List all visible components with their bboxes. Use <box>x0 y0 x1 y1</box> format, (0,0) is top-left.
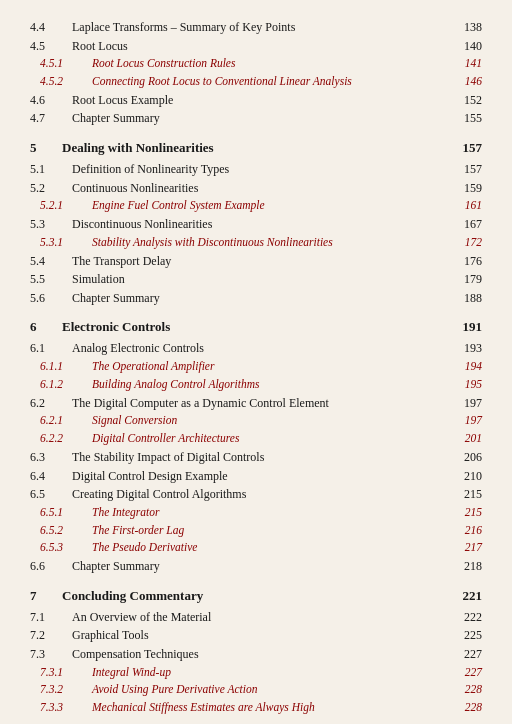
page-num: 167 <box>454 215 482 234</box>
toc-left: 6.2.2 Digital Controller Architectures <box>40 430 454 448</box>
toc-left: 5.1 Definition of Nonlinearity Types <box>30 160 454 179</box>
subsection-title: Integral Wind-up <box>92 664 454 682</box>
page-num: 216 <box>454 522 482 540</box>
section-title: The Stability Impact of Digital Controls <box>72 448 454 467</box>
toc-left: 6.5 Creating Digital Control Algorithms <box>30 485 454 504</box>
subsection-num: 6.1.1 <box>40 358 92 376</box>
subsection-title: Digital Controller Architectures <box>92 430 454 448</box>
page-num: 172 <box>454 234 482 252</box>
toc-entry: 5.1 Definition of Nonlinearity Types 157 <box>30 160 482 179</box>
toc-entry: 6.5.1 The Integrator 215 <box>40 504 482 522</box>
section-title: Chapter Summary <box>72 289 454 308</box>
toc-left: 7.2 Graphical Tools <box>30 626 454 645</box>
subsection-title: Avoid Using Pure Derivative Action <box>92 681 454 699</box>
page-num: 197 <box>454 394 482 413</box>
section-num: 4.6 <box>30 91 72 110</box>
toc-entry: 4.7 Chapter Summary 155 <box>30 109 482 128</box>
section-num: 5.2 <box>30 179 72 198</box>
subsection-title: Mechanical Stiffness Estimates are Alway… <box>92 699 454 717</box>
toc-entry: 6.2 The Digital Computer as a Dynamic Co… <box>30 394 482 413</box>
toc-left: 4.4 Laplace Transforms – Summary of Key … <box>30 18 454 37</box>
page-num: 225 <box>454 626 482 645</box>
subsection-num: 5.2.1 <box>40 197 92 215</box>
page-num: 161 <box>454 197 482 215</box>
section-num: 7.1 <box>30 608 72 627</box>
page-num: 227 <box>454 664 482 682</box>
page-num: 222 <box>454 608 482 627</box>
toc-entry: 4.5.2 Connecting Root Locus to Conventio… <box>40 73 482 91</box>
subsection-title: Engine Fuel Control System Example <box>92 197 454 215</box>
section-title: Graphical Tools <box>72 626 454 645</box>
page-num: 228 <box>454 681 482 699</box>
toc-entry: 6.4 Digital Control Design Example 210 <box>30 467 482 486</box>
subsection-title: Signal Conversion <box>92 412 454 430</box>
page-num: 218 <box>454 557 482 576</box>
section-title: Continuous Nonlinearities <box>72 179 454 198</box>
section-num: 6.6 <box>30 557 72 576</box>
toc-left: 4.5.2 Connecting Root Locus to Conventio… <box>40 73 454 91</box>
toc-left: 7.1 An Overview of the Material <box>30 608 454 627</box>
section-num: 7.3 <box>30 645 72 664</box>
page-num: 194 <box>454 358 482 376</box>
toc-left: 5.3 Discontinuous Nonlinearities <box>30 215 454 234</box>
toc-entry: 7 Concluding Commentary 221 <box>30 586 482 606</box>
toc-left: 6 Electronic Controls <box>30 317 454 337</box>
section-num: 4.4 <box>30 18 72 37</box>
toc-entry: 6.2.1 Signal Conversion 197 <box>40 412 482 430</box>
toc-entry: 7.1 An Overview of the Material 222 <box>30 608 482 627</box>
section-title: Creating Digital Control Algorithms <box>72 485 454 504</box>
toc-left: 4.5.1 Root Locus Construction Rules <box>40 55 454 73</box>
toc-entry: 7.3 Compensation Techniques 227 <box>30 645 482 664</box>
section-num: 6.1 <box>30 339 72 358</box>
toc-left: 7 Concluding Commentary <box>30 586 454 606</box>
toc-left: 4.6 Root Locus Example <box>30 91 454 110</box>
toc-entry: 7.2 Graphical Tools 225 <box>30 626 482 645</box>
page-num: 191 <box>454 317 482 337</box>
section-num: 6.3 <box>30 448 72 467</box>
subsection-title: Stability Analysis with Discontinuous No… <box>92 234 454 252</box>
toc-left: 6.1.1 The Operational Amplifier <box>40 358 454 376</box>
page-num: 217 <box>454 539 482 557</box>
page-num: 157 <box>454 160 482 179</box>
subsection-title: The Integrator <box>92 504 454 522</box>
toc-left: 6.5.1 The Integrator <box>40 504 454 522</box>
toc-left: 6.3 The Stability Impact of Digital Cont… <box>30 448 454 467</box>
toc-entry: 7.3.3 Mechanical Stiffness Estimates are… <box>40 699 482 717</box>
page-num: 157 <box>454 138 482 158</box>
subsection-title: The Operational Amplifier <box>92 358 454 376</box>
section-num: 6.5 <box>30 485 72 504</box>
subsection-num: 5.3.1 <box>40 234 92 252</box>
toc-entry: 4.4 Laplace Transforms – Summary of Key … <box>30 18 482 37</box>
toc-left: 7.3.3 Mechanical Stiffness Estimates are… <box>40 699 454 717</box>
subsection-title: Root Locus Construction Rules <box>92 55 454 73</box>
section-title: Digital Control Design Example <box>72 467 454 486</box>
toc-entry: 5.5 Simulation 179 <box>30 270 482 289</box>
section-num: 5.4 <box>30 252 72 271</box>
toc-left: 5.2 Continuous Nonlinearities <box>30 179 454 198</box>
toc-entry: 4.5 Root Locus 140 <box>30 37 482 56</box>
page-num: 155 <box>454 109 482 128</box>
toc-left: 6.6 Chapter Summary <box>30 557 454 576</box>
section-title: The Transport Delay <box>72 252 454 271</box>
section-num: 5.1 <box>30 160 72 179</box>
page-num: 210 <box>454 467 482 486</box>
page-num: 193 <box>454 339 482 358</box>
toc-entry: 5.3.1 Stability Analysis with Discontinu… <box>40 234 482 252</box>
page-num: 138 <box>454 18 482 37</box>
page-num: 159 <box>454 179 482 198</box>
toc-entry: 6.6 Chapter Summary 218 <box>30 557 482 576</box>
toc-entry: 5.6 Chapter Summary 188 <box>30 289 482 308</box>
toc-entry: 4.5.1 Root Locus Construction Rules 141 <box>40 55 482 73</box>
toc-left: 5.5 Simulation <box>30 270 454 289</box>
page-num: 206 <box>454 448 482 467</box>
subsection-num: 6.5.3 <box>40 539 92 557</box>
chapter-title: Concluding Commentary <box>62 586 454 606</box>
subsection-num: 6.2.2 <box>40 430 92 448</box>
toc-left: 6.2.1 Signal Conversion <box>40 412 454 430</box>
section-num: 7.2 <box>30 626 72 645</box>
section-title: Simulation <box>72 270 454 289</box>
toc-left: 7.3.1 Integral Wind-up <box>40 664 454 682</box>
subsection-num: 6.1.2 <box>40 376 92 394</box>
toc-left: 5.6 Chapter Summary <box>30 289 454 308</box>
page-num: 146 <box>454 73 482 91</box>
